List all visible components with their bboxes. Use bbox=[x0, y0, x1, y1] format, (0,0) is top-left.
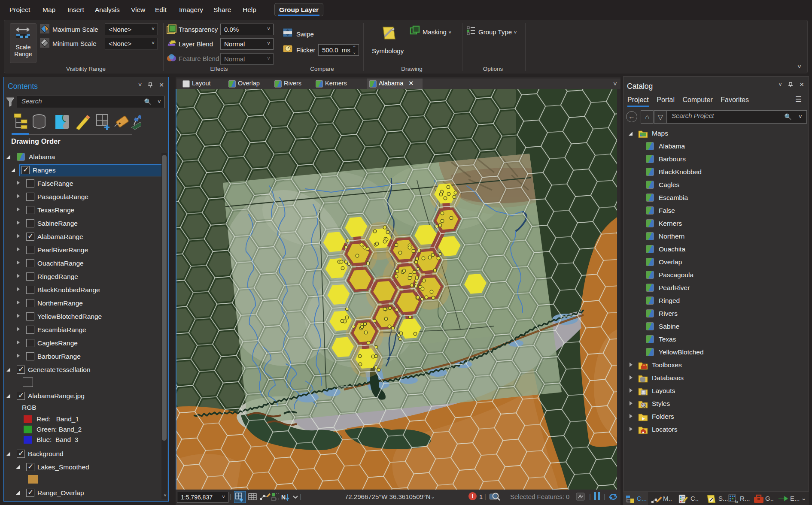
svg-text:fx: fx bbox=[735, 499, 739, 504]
svg-text:N: N bbox=[281, 494, 286, 501]
